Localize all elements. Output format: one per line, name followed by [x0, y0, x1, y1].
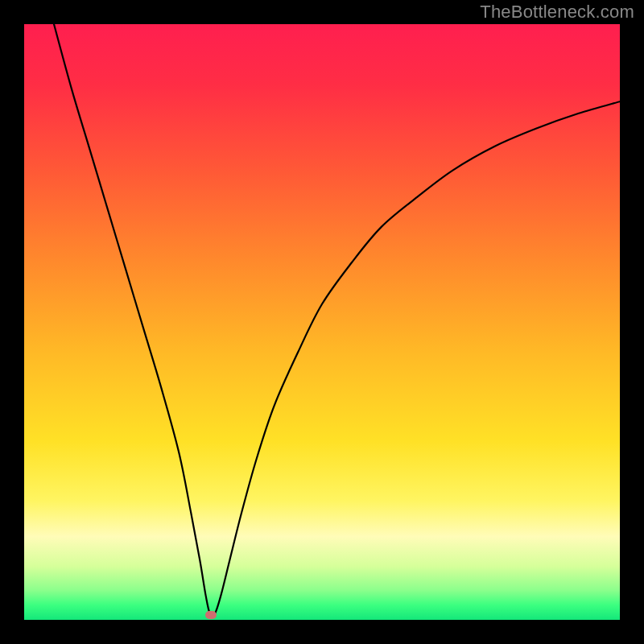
- plot-area: [24, 24, 620, 620]
- watermark-text: TheBottleneck.com: [480, 2, 634, 23]
- bottleneck-curve: [24, 24, 620, 620]
- chart-container: TheBottleneck.com: [0, 0, 644, 644]
- minimum-marker: [205, 611, 217, 619]
